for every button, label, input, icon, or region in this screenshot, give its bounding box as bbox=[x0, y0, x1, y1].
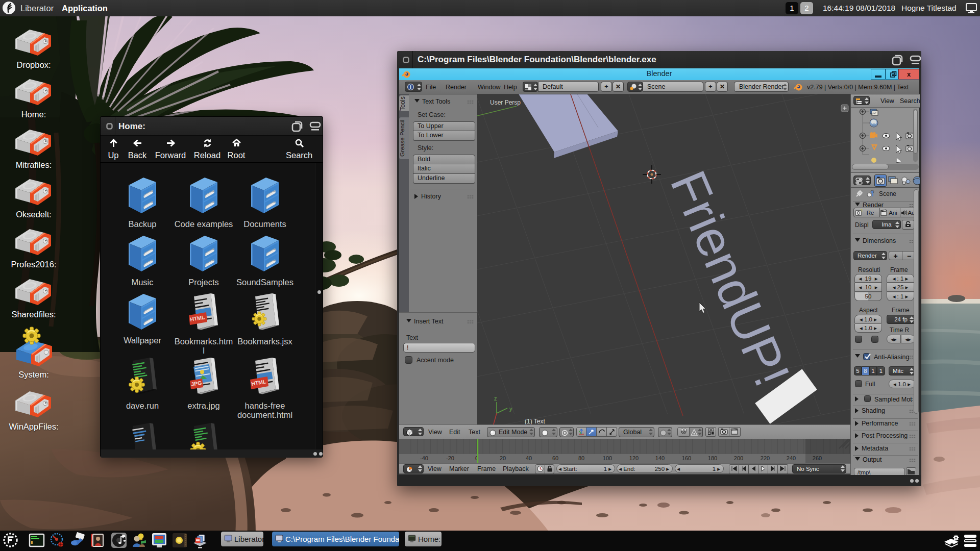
svg-text:-20: -20 bbox=[446, 455, 454, 461]
svg-text:140: 140 bbox=[655, 455, 665, 461]
svg-text:(1) Text: (1) Text bbox=[525, 418, 545, 424]
svg-text:20: 20 bbox=[500, 455, 506, 461]
svg-text:User Persp: User Persp bbox=[490, 99, 521, 106]
svg-text:40: 40 bbox=[526, 455, 532, 461]
svg-text:z: z bbox=[494, 395, 497, 402]
svg-text:160: 160 bbox=[682, 455, 691, 461]
svg-text:-40: -40 bbox=[420, 455, 428, 461]
svg-text:y: y bbox=[509, 406, 512, 412]
svg-text:180: 180 bbox=[708, 455, 717, 461]
svg-text:80: 80 bbox=[578, 455, 584, 461]
svg-text:120: 120 bbox=[629, 455, 639, 461]
svg-text:100: 100 bbox=[603, 455, 612, 461]
svg-text:i: i bbox=[410, 85, 411, 90]
svg-text:200: 200 bbox=[734, 455, 743, 461]
svg-text:60: 60 bbox=[552, 455, 558, 461]
svg-text:220: 220 bbox=[761, 455, 770, 461]
svg-text:240: 240 bbox=[787, 455, 796, 461]
